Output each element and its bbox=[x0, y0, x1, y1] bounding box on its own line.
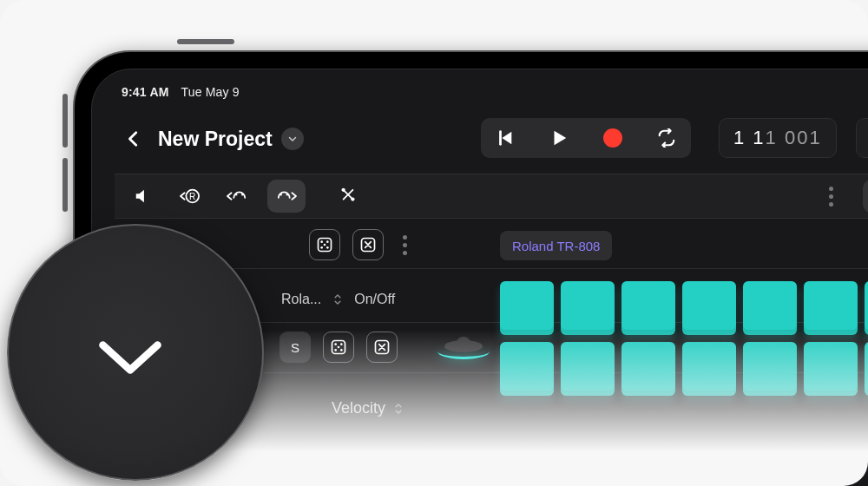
volume-button[interactable] bbox=[127, 180, 160, 213]
counter-sub: 1 001 bbox=[766, 127, 822, 149]
svg-point-5 bbox=[286, 194, 289, 196]
secondary-toolbar: R On/Off bbox=[115, 174, 868, 219]
randomize-button[interactable] bbox=[309, 229, 340, 260]
svg-point-7 bbox=[351, 197, 354, 200]
project-dropdown[interactable] bbox=[281, 128, 304, 150]
status-bar: 9:41 AM Tue May 9 bbox=[122, 85, 240, 99]
step-pad[interactable] bbox=[804, 281, 858, 335]
play-button[interactable] bbox=[547, 126, 571, 150]
svg-point-15 bbox=[326, 246, 329, 249]
step-pad[interactable] bbox=[865, 281, 868, 335]
go-to-start-button[interactable] bbox=[493, 126, 517, 150]
track-clear-button[interactable] bbox=[366, 332, 398, 363]
tempo-counter[interactable]: 93 bbox=[856, 118, 868, 158]
project-title: New Project bbox=[158, 128, 273, 151]
solo-button[interactable]: S bbox=[279, 332, 311, 363]
onoff-toggle[interactable]: On/Off bbox=[863, 180, 868, 213]
svg-point-2 bbox=[235, 194, 238, 196]
chevron-down-icon bbox=[93, 332, 168, 383]
record-icon bbox=[603, 128, 622, 148]
svg-point-19 bbox=[340, 343, 343, 345]
svg-point-18 bbox=[334, 343, 337, 345]
position-counter[interactable]: 1 1 1 001 bbox=[719, 118, 837, 158]
step-pad[interactable] bbox=[621, 281, 675, 335]
updown-icon[interactable] bbox=[333, 293, 342, 305]
svg-point-4 bbox=[279, 194, 282, 196]
step-pad[interactable] bbox=[500, 281, 554, 335]
note-repeat-button[interactable] bbox=[332, 180, 365, 213]
back-button[interactable] bbox=[122, 127, 146, 151]
kit-chip[interactable]: Roland TR-808 bbox=[500, 231, 612, 260]
step-pad[interactable] bbox=[682, 281, 736, 335]
velocity-updown-icon[interactable] bbox=[394, 403, 403, 415]
track-randomize-button[interactable] bbox=[323, 332, 354, 363]
svg-point-11 bbox=[320, 240, 323, 243]
magnifier-callout bbox=[7, 224, 264, 481]
record-button[interactable] bbox=[601, 126, 625, 150]
sample-pad-icon[interactable] bbox=[437, 323, 490, 364]
svg-point-20 bbox=[338, 346, 340, 349]
svg-point-22 bbox=[340, 349, 343, 351]
region-in-button[interactable]: R bbox=[174, 180, 207, 213]
step-pad[interactable] bbox=[561, 281, 615, 335]
track-kit-short: Rola... bbox=[281, 292, 321, 307]
transport-bar bbox=[481, 118, 691, 158]
pattern-out-button[interactable] bbox=[267, 180, 306, 213]
step-pad[interactable] bbox=[743, 281, 797, 335]
svg-text:R: R bbox=[189, 192, 195, 201]
pattern-in-button[interactable] bbox=[220, 180, 253, 213]
svg-point-13 bbox=[324, 244, 326, 246]
more-vertical-icon[interactable] bbox=[811, 180, 844, 213]
svg-point-3 bbox=[241, 194, 244, 196]
svg-point-12 bbox=[326, 240, 329, 243]
row-more-icon[interactable] bbox=[403, 235, 407, 255]
cycle-button[interactable] bbox=[654, 126, 679, 150]
status-time: 9:41 AM bbox=[122, 85, 169, 99]
velocity-label: Velocity bbox=[332, 399, 385, 417]
status-date: Tue May 9 bbox=[181, 85, 239, 99]
kit-name: Roland TR-808 bbox=[512, 239, 600, 253]
svg-point-14 bbox=[320, 246, 323, 249]
track-mode: On/Off bbox=[354, 292, 395, 307]
clear-button[interactable] bbox=[352, 229, 384, 260]
counter-bars: 1 1 bbox=[733, 127, 766, 149]
svg-point-21 bbox=[334, 349, 337, 351]
svg-point-6 bbox=[341, 188, 345, 192]
